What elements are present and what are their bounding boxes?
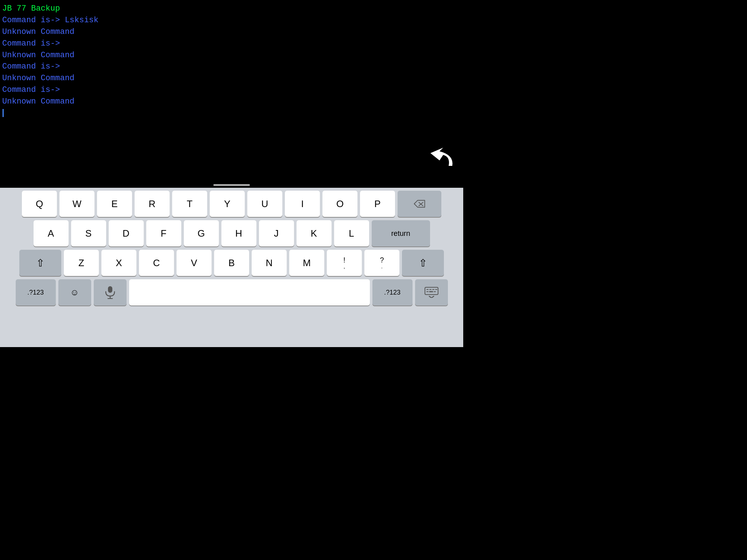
key-u[interactable]: U [247, 191, 282, 217]
key-i[interactable]: I [285, 191, 320, 217]
keyboard-separator [213, 184, 250, 186]
terminal-line-3: Command is-> [2, 38, 461, 50]
key-o[interactable]: O [322, 191, 357, 217]
key-h[interactable]: H [221, 220, 256, 246]
terminal-line-8: Unknown Command [2, 96, 461, 108]
microphone-key[interactable] [94, 279, 127, 306]
terminal-line-7: Command is-> [2, 84, 461, 96]
backspace-key[interactable] [398, 191, 441, 217]
space-key[interactable] [129, 279, 370, 306]
shift-right-key[interactable]: ⇧ [402, 250, 444, 276]
key-w[interactable]: W [59, 191, 94, 217]
keyboard-dismiss-key[interactable] [415, 279, 448, 306]
key-j[interactable]: J [259, 220, 294, 246]
backspace-arrow-icon [423, 146, 456, 175]
key-m[interactable]: M [289, 250, 324, 276]
cursor [3, 109, 4, 117]
terminal-line-title: JB 77 Backup [2, 3, 461, 15]
key-e[interactable]: E [97, 191, 132, 217]
key-k[interactable]: K [297, 220, 332, 246]
keyboard-row-2: A S D F G H J K L return [1, 220, 462, 246]
key-b[interactable]: B [214, 250, 249, 276]
terminal-line-6: Unknown Command [2, 73, 461, 84]
key-x[interactable]: X [101, 250, 136, 276]
cursor-line [2, 108, 461, 119]
key-question-period[interactable]: ?. [364, 250, 399, 276]
terminal-line-5: Command is-> [2, 61, 461, 73]
terminal-output[interactable]: JB 77 Backup Command is-> Lsksisk Unknow… [0, 0, 463, 186]
key-z[interactable]: Z [64, 250, 99, 276]
return-key[interactable]: return [372, 220, 430, 246]
key-d[interactable]: D [109, 220, 144, 246]
svg-rect-2 [108, 286, 112, 293]
key-c[interactable]: C [139, 250, 174, 276]
shift-left-key[interactable]: ⇧ [19, 250, 61, 276]
keyboard-row-bottom: .?123 ☺ .?123 [1, 279, 462, 306]
key-q[interactable]: Q [22, 191, 57, 217]
key-exclaim-comma[interactable]: !, [327, 250, 362, 276]
key-g[interactable]: G [184, 220, 219, 246]
key-y[interactable]: Y [210, 191, 245, 217]
key-n[interactable]: N [252, 250, 287, 276]
key-l[interactable]: L [334, 220, 369, 246]
numbers-right-key[interactable]: .?123 [372, 279, 413, 306]
key-f[interactable]: F [146, 220, 181, 246]
keyboard: Q W E R T Y U I O P A S D F G H J K L re… [0, 188, 463, 347]
key-r[interactable]: R [135, 191, 170, 217]
key-p[interactable]: P [360, 191, 395, 217]
numbers-left-key[interactable]: .?123 [16, 279, 56, 306]
emoji-key[interactable]: ☺ [58, 279, 91, 306]
key-v[interactable]: V [177, 250, 212, 276]
terminal-line-2: Unknown Command [2, 26, 461, 38]
key-s[interactable]: S [71, 220, 106, 246]
keyboard-row-3: ⇧ Z X C V B N M !, ?. ⇧ [1, 250, 462, 276]
terminal-line-4: Unknown Command [2, 50, 461, 61]
terminal-line-1: Command is-> Lsksisk [2, 15, 461, 26]
key-a[interactable]: A [34, 220, 69, 246]
key-t[interactable]: T [172, 191, 207, 217]
svg-rect-5 [425, 287, 438, 295]
keyboard-row-1: Q W E R T Y U I O P [1, 191, 462, 217]
